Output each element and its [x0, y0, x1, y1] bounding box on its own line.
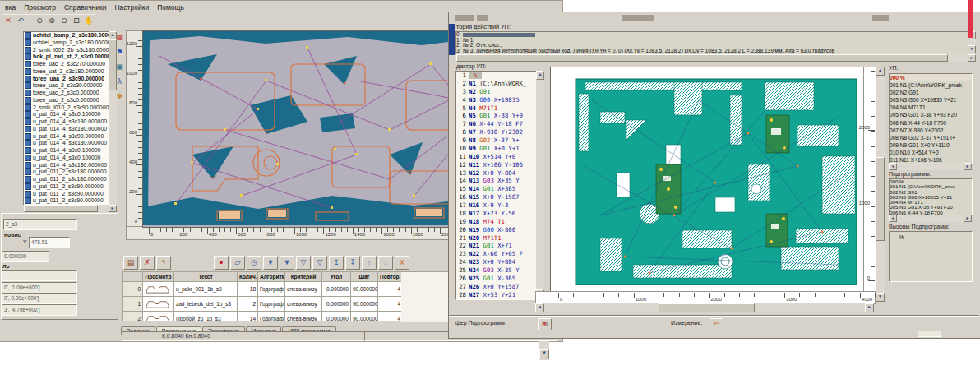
measure-angle-icon[interactable]: λ: [114, 76, 125, 87]
editor-line[interactable]: 25N24 G03 X-35 Y: [456, 266, 536, 275]
scroll-thumb[interactable]: [876, 157, 885, 241]
code-list-row[interactable]: 010 N10 X+514 Y+0: [890, 149, 972, 156]
empty-field[interactable]: [2, 270, 77, 281]
column-header[interactable]: [123, 272, 143, 282]
nc-vscrollbar[interactable]: [876, 67, 885, 302]
scroll-right-icon[interactable]: [865, 303, 874, 312]
param-field-2[interactable]: 0', 0.00e+000']: [2, 293, 77, 304]
editor-line[interactable]: 15N14 G01 X+365: [456, 185, 536, 193]
menu-item[interactable]: Справочники: [61, 2, 112, 12]
file-list-item[interactable]: toree_uac_2_s3c30.000000: [24, 82, 109, 90]
editor-line[interactable]: 1%: [456, 72, 536, 80]
file-list-item[interactable]: toree_uac_2_s3c0.000000: [24, 90, 109, 97]
run-icon[interactable]: ϟ: [156, 256, 171, 270]
code-list-row[interactable]: 000 %: [890, 74, 972, 81]
filter-icon[interactable]: ▽: [296, 256, 311, 270]
editor-line[interactable]: 19N18 M74 T1: [456, 218, 536, 226]
file-list-item[interactable]: bok_pl_zad_st_2_s3c0.00000: [24, 53, 109, 61]
y-value-field[interactable]: 478.51: [29, 237, 70, 248]
scroll-left-icon[interactable]: [889, 163, 897, 170]
editor-line[interactable]: 11N10 X+514 Y+0: [456, 153, 536, 161]
history-row[interactable]: 1№ 1,: [456, 38, 968, 44]
editor-vscrollbar[interactable]: [536, 71, 544, 298]
flag-icon[interactable]: ⚑: [114, 47, 125, 58]
file-list-item[interactable]: toree_uat_2_s3c180.000000: [24, 68, 109, 76]
clock-icon[interactable]: ◷: [247, 256, 261, 270]
pan-icon[interactable]: ✋: [83, 16, 95, 26]
editor-line[interactable]: 6N5 G01 X-38 Y+9: [456, 112, 536, 120]
scroll-right-icon[interactable]: [109, 205, 117, 212]
angle-field[interactable]: 0.000000: [2, 251, 49, 262]
nest-icon[interactable]: ▦: [114, 32, 125, 43]
editor-line[interactable]: 7N6 X-44 Y-18 F7: [456, 120, 536, 128]
file-list-item[interactable]: u_pat_014_4_s3c90.000000: [24, 133, 109, 141]
scroll-up-icon[interactable]: [876, 67, 885, 76]
column-header[interactable]: Текст: [174, 272, 238, 282]
stop-icon[interactable]: ●: [214, 256, 229, 270]
zoom-window-icon[interactable]: ⊡: [71, 16, 82, 26]
file-list-item[interactable]: u_pat_014_4_s3c180.000000: [24, 118, 109, 126]
zoom-in-icon[interactable]: ⊕: [46, 16, 58, 26]
file-list-item[interactable]: uchitel_bamp_2_s3c180.000000: [24, 39, 109, 47]
editor-line[interactable]: 22N21 G01 X+71: [456, 242, 536, 250]
scroll-down-icon[interactable]: [876, 293, 885, 302]
history-row[interactable]: 0: [456, 32, 968, 38]
notebook-icon[interactable]: ▤: [123, 256, 138, 270]
column-header[interactable]: Критерий: [285, 272, 322, 282]
file-list-item[interactable]: u_pat_011_2_s3c90.000000: [24, 191, 109, 198]
tool-icon[interactable]: ❖: [114, 91, 125, 102]
scroll-down-icon[interactable]: [968, 45, 976, 53]
scroll-up-icon[interactable]: [536, 71, 544, 80]
up-list-hscrollbar[interactable]: [889, 163, 972, 170]
subprogram-buffer-icon[interactable]: m✕: [538, 318, 552, 331]
history-hscrollbar[interactable]: [455, 54, 976, 62]
name-field[interactable]: 2_s3: [3, 219, 77, 230]
file-list-item[interactable]: u_pat_014_4_s3c0.100000: [24, 147, 109, 155]
editor-line[interactable]: 14N13 G03 X+35 Y: [456, 177, 536, 185]
scroll-thumb[interactable]: [24, 205, 98, 212]
editor-line[interactable]: 20N19 G00 X-800: [456, 226, 536, 234]
file-list-item[interactable]: toree_uac_2_s3c0.000000: [24, 97, 109, 104]
file-list-item[interactable]: u_pat_011_2_s3c90.000000: [24, 183, 109, 191]
param-field-3[interactable]: 3', '4.79e+002']: [2, 304, 77, 316]
file-list-item[interactable]: 2_smik_l002_2b_s3c180.000000: [24, 47, 109, 54]
measure-icon[interactable]: ✄: [710, 318, 723, 331]
code-list-row[interactable]: 007 N7 X-930 Y+2302: [890, 127, 972, 134]
subs-list[interactable]: 000 %001 N1 (C:\Ann\WORK_proe002 N2 G910…: [889, 178, 973, 215]
file-list-item[interactable]: u_pat_014_4_s3c0.100000: [24, 155, 109, 162]
code-list-row[interactable]: 004 N4 M71T1: [890, 104, 972, 111]
code-list-row[interactable]: 009 N9 G01 X+0 Y+1110: [890, 141, 972, 149]
sort-desc-alt-icon[interactable]: ▼: [280, 256, 294, 270]
editor-line[interactable]: 26N25 G01 X-365: [456, 275, 536, 283]
table-row[interactable]: 0u_pakr_001_1b_s318Годографслева-внизу0.…: [123, 282, 403, 297]
file-list-item[interactable]: u_pat_014_4_s3c180.000000: [24, 140, 109, 147]
xy-icon[interactable]: X: [395, 256, 409, 270]
editor-line[interactable]: 4N3 G00 X+10835: [456, 96, 536, 104]
column-header[interactable]: Колич.: [238, 272, 258, 282]
subs-list-hscrollbar[interactable]: [889, 215, 972, 222]
table-row[interactable]: 2Пробой_zu_1b_s314Годографслева-внизу0.0…: [123, 312, 403, 322]
code-list-row[interactable]: 001 N1 (C:\Ann\WORK_proek: [890, 81, 972, 89]
param-field-1[interactable]: 0', '1.00e+000']: [2, 282, 77, 294]
code-list-row[interactable]: 006 N6 X-44 Y-18 F700: [890, 119, 972, 127]
move-bottom-icon[interactable]: ↧: [345, 256, 360, 270]
file-list-item[interactable]: toree_uaa_2_s3c90.000000: [24, 76, 109, 83]
column-header[interactable]: Просмотр: [143, 272, 174, 282]
table-row[interactable]: 1zad_lebedk_del_1b_s32Годографслева-вниз…: [123, 297, 403, 312]
filter-apply-icon[interactable]: ▽: [312, 256, 327, 270]
nc-graphics-view[interactable]: [550, 67, 864, 292]
column-header[interactable]: Повтор.: [378, 272, 403, 282]
move-top-icon[interactable]: ↥: [329, 256, 344, 270]
editor-line[interactable]: 24N23 X+0 Y+804: [456, 258, 536, 266]
column-header[interactable]: Угол: [322, 272, 351, 282]
file-list-item[interactable]: u_pat_014_4_s3c180.000000: [24, 126, 109, 133]
editor-line[interactable]: 13N12 X+0 Y-804: [456, 169, 536, 178]
scroll-thumb[interactable]: [456, 54, 948, 62]
scroll-left-icon[interactable]: [535, 303, 544, 312]
editor-line[interactable]: 16N15 X+0 Y-1587: [456, 193, 536, 201]
editor-line[interactable]: 17N16 X-9 Y-3: [456, 201, 536, 210]
file-list-item[interactable]: u_pat_014_4_s3c180.000000: [24, 162, 109, 169]
editor-line[interactable]: 23N22 X-66 Y+65 F: [456, 250, 536, 258]
undo-icon[interactable]: ↶: [15, 16, 26, 26]
scroll-thumb[interactable]: [659, 303, 755, 312]
